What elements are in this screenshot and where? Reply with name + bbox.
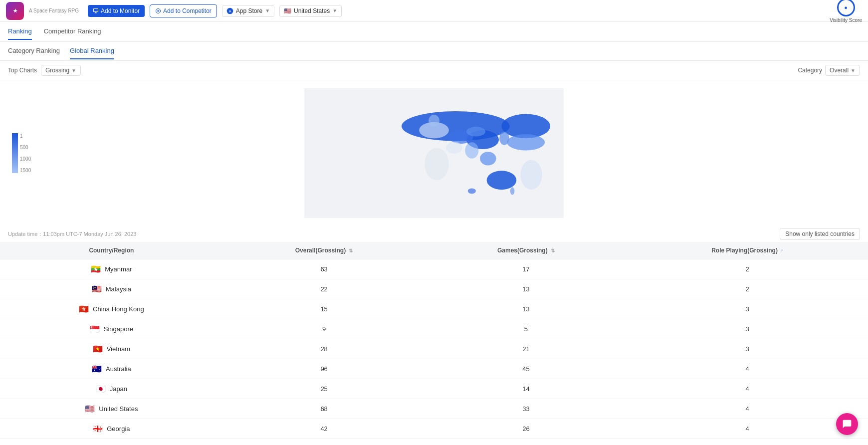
svg-point-22 (446, 142, 462, 154)
country-chevron-icon: ▼ (332, 8, 337, 13)
svg-point-15 (499, 132, 509, 145)
cell-country: 🇺🇸 United States (0, 399, 223, 419)
legend-bar (12, 133, 18, 173)
country-name-cell: Japan (110, 385, 127, 393)
svg-point-21 (466, 127, 485, 137)
cell-role-playing: 4 (627, 399, 868, 419)
games-sort-icon: ⇅ (551, 248, 555, 253)
cell-overall: 96 (223, 359, 426, 379)
cell-overall: 42 (223, 419, 426, 439)
visibility-score-label: Visibility Score (830, 17, 862, 23)
cell-overall: 22 (223, 279, 426, 299)
top-charts-value: Grossing (45, 67, 69, 74)
toolbar-left: Top Charts Grossing ▼ (8, 65, 81, 76)
country-name-cell: Myanmar (105, 265, 132, 273)
store-label: App Store (236, 7, 262, 14)
svg-point-23 (429, 115, 439, 127)
col-overall[interactable]: Overall(Grossing) ⇅ (223, 242, 426, 259)
cell-overall: 25 (223, 379, 426, 399)
sub-tab-category[interactable]: Category Ranking (8, 43, 60, 59)
country-selector[interactable]: 🇺🇸 United States ▼ (279, 5, 342, 17)
category-dropdown[interactable]: Overall ▼ (825, 65, 860, 76)
cell-country: 🇯🇵 Japan (0, 379, 223, 399)
country-name-cell: United States (99, 405, 138, 413)
country-flag-cell: 🇸🇬 (90, 324, 100, 334)
map-container: 1 500 1000 1500 (0, 80, 868, 226)
table-row: 🇦🇺 Australia 96 45 4 (0, 359, 868, 379)
country-name-cell: Vietnam (107, 345, 130, 353)
legend-mid2: 1000 (20, 156, 31, 162)
grossing-chevron-icon: ▼ (71, 68, 76, 73)
store-chevron-icon: ▼ (265, 8, 270, 13)
top-charts-label: Top Charts (8, 67, 37, 74)
cell-role-playing: 4 (627, 359, 868, 379)
country-flag-cell: 🇬🇪 (93, 424, 103, 434)
col-overall-label: Overall(Grossing) (295, 247, 346, 254)
cell-games: 21 (426, 339, 627, 359)
sub-tab-global[interactable]: Global Ranking (70, 43, 114, 59)
col-role-playing[interactable]: Role Playing(Grossing) ↑ (627, 242, 868, 259)
show-listed-label: Show only listed countries (785, 230, 855, 237)
category-chevron-icon: ▼ (851, 68, 856, 73)
cell-role-playing: 4 (627, 419, 868, 439)
cell-role-playing: 2 (627, 259, 868, 279)
sub-tab-global-label: Global Ranking (70, 47, 114, 54)
add-to-monitor-button[interactable]: Add to Monitor (88, 5, 145, 17)
add-monitor-label: Add to Monitor (101, 7, 140, 14)
cell-games: 13 (426, 299, 627, 319)
toolbar: Top Charts Grossing ▼ Category Overall ▼ (0, 61, 868, 80)
country-flag-cell: 🇲🇾 (92, 284, 102, 294)
map-footer: Update time：11:03pm UTC-7 Monday Jun 26,… (0, 226, 868, 242)
svg-point-25 (510, 187, 515, 195)
country-flag: 🇺🇸 (284, 7, 291, 14)
tab-ranking[interactable]: Ranking (8, 23, 32, 40)
cell-games: 14 (426, 379, 627, 399)
main-tabs: Ranking Competitor Ranking (0, 22, 868, 42)
top-charts-dropdown[interactable]: Grossing ▼ (41, 65, 81, 76)
competitor-icon (155, 8, 161, 14)
world-map (195, 88, 673, 218)
cell-games: 45 (426, 359, 627, 379)
add-to-competitor-button[interactable]: Add to Competitor (150, 4, 217, 17)
cell-overall: 68 (223, 399, 426, 419)
overall-sort-icon: ⇅ (349, 248, 353, 253)
sub-tabs: Category Ranking Global Ranking (0, 42, 868, 61)
tab-competitor-ranking[interactable]: Competitor Ranking (44, 23, 101, 40)
svg-point-13 (480, 152, 496, 165)
country-flag-cell: 🇭🇰 (79, 304, 89, 314)
svg-point-16 (465, 142, 478, 158)
chat-button[interactable] (836, 413, 858, 435)
col-games-label: Games(Grossing) (497, 247, 548, 254)
country-name-cell: Singapore (104, 325, 133, 333)
col-country-label: Country/Region (89, 247, 134, 254)
monitor-icon (93, 8, 99, 14)
cell-games: 13 (426, 279, 627, 299)
update-time-text: Update time：11:03pm UTC-7 Monday Jun 26,… (8, 230, 136, 238)
svg-point-24 (468, 188, 476, 194)
svg-point-18 (425, 148, 449, 180)
col-games[interactable]: Games(Grossing) ⇅ (426, 242, 627, 259)
table-row: 🇻🇳 Vietnam 28 21 3 (0, 339, 868, 359)
cell-country: 🇲🇾 Malaysia (0, 279, 223, 299)
appstore-icon: A (226, 7, 233, 14)
col-role-playing-label: Role Playing(Grossing) (711, 247, 778, 254)
table-row: 🇯🇵 Japan 25 14 4 (0, 379, 868, 399)
table-row: 🇲🇲 Myanmar 63 17 2 (0, 259, 868, 279)
chat-icon (842, 419, 852, 429)
table-header: Country/Region Overall(Grossing) ⇅ Games… (0, 242, 868, 259)
legend-top: 1 (20, 133, 31, 139)
table: Country/Region Overall(Grossing) ⇅ Games… (0, 242, 868, 439)
cell-country: 🇸🇬 Singapore (0, 319, 223, 339)
svg-text:A: A (228, 9, 231, 12)
cell-overall: 63 (223, 259, 426, 279)
cell-country: 🇲🇲 Myanmar (0, 259, 223, 279)
sub-tab-category-label: Category Ranking (8, 47, 60, 54)
cell-games: 26 (426, 419, 627, 439)
cell-country: 🇭🇰 China Hong Kong (0, 299, 223, 319)
cell-role-playing: 3 (627, 299, 868, 319)
visibility-circle: ● (837, 0, 855, 16)
show-listed-button[interactable]: Show only listed countries (780, 228, 860, 240)
country-flag-cell: 🇻🇳 (93, 344, 103, 354)
store-selector[interactable]: A App Store ▼ (222, 5, 274, 17)
add-competitor-label: Add to Competitor (163, 7, 212, 14)
